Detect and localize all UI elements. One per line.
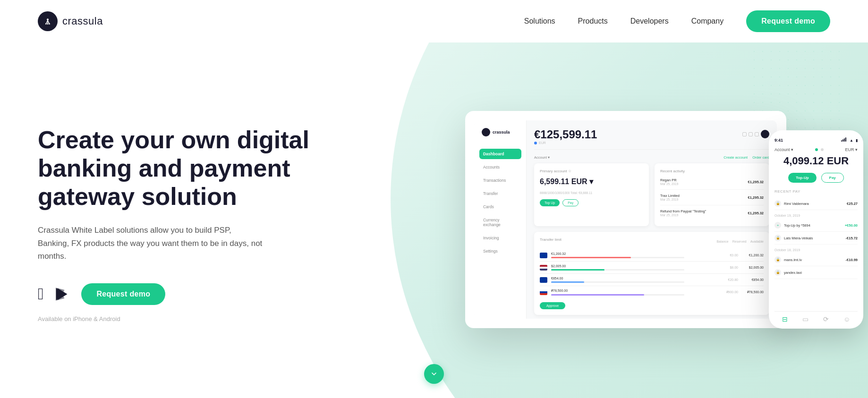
- logo-icon: [38, 11, 58, 31]
- hero-section: Create your own digital banking and paym…: [0, 42, 868, 397]
- dash-avatar: [761, 130, 769, 138]
- mobile-tx-4-name: mans.lmt.lv: [784, 258, 802, 262]
- svg-point-5: [47, 23, 49, 25]
- dash-ctrl-1: [742, 132, 747, 136]
- mobile-dots: [815, 148, 824, 151]
- nav-request-demo-button[interactable]: Request demo: [746, 10, 830, 32]
- dash-nav-fx[interactable]: Currency exchange: [479, 215, 521, 230]
- dash-nav-transfer[interactable]: Transfer: [479, 188, 521, 199]
- hero-subtext: Crassula White Label solutions allow you…: [38, 224, 264, 263]
- mobile-status-bar: 9:41 ▲ ▮: [774, 138, 858, 143]
- plus-icon: +: [774, 222, 781, 229]
- nav-solutions[interactable]: Solutions: [524, 17, 555, 25]
- recent-activity-card: Recent activity Regan PR Mar 25, 2019 €1…: [655, 163, 769, 226]
- nav-links: Solutions Products Developers Company Re…: [524, 10, 830, 32]
- mobile-tx-4-amount: -€10.99: [846, 258, 858, 262]
- dashboard-cards-row: Primary account ☆ 6,599.11 EUR ▾ 8888/10…: [534, 163, 769, 226]
- logo-svg: [43, 16, 53, 26]
- mobile-time: 9:41: [774, 138, 783, 143]
- nav-company[interactable]: Company: [691, 17, 723, 25]
- recent-activity-label: Recent activity: [660, 169, 764, 173]
- dashboard-sidebar: crassula Dashboard Accounts Transactions…: [475, 120, 527, 319]
- dash-logo-text: crassula: [493, 130, 510, 135]
- dash-order-card[interactable]: Order card: [752, 155, 769, 160]
- dash-balance-sub: EUR: [534, 141, 597, 144]
- transfer-limits-section: Transfer limit Balance Reserved Availabl…: [534, 232, 769, 315]
- topup-button[interactable]: Top Up: [540, 199, 560, 206]
- mobile-tx-2-name: Top-Up by *5894: [784, 223, 810, 228]
- logo-text: crassula: [62, 15, 103, 27]
- exchange-tab-icon[interactable]: ⟳: [823, 315, 829, 323]
- eu-flag-2: [540, 277, 547, 283]
- dash-logo-dot: [482, 128, 490, 136]
- us-flag: [540, 265, 547, 271]
- mobile-bottom-bar: ⊟ ▭ ⟳ ☺: [774, 311, 858, 323]
- logo[interactable]: crassula: [38, 11, 103, 31]
- chevron-down-icon: [430, 370, 438, 378]
- dash-account-selector[interactable]: Account ▾: [534, 155, 550, 160]
- mobile-pay-button[interactable]: Pay: [821, 173, 844, 183]
- dash-create-account[interactable]: Create account: [723, 155, 748, 160]
- mobile-recent-label: Recent pay: [774, 189, 858, 194]
- col-header-1: Balance: [716, 240, 728, 243]
- lock-icon-2: 🔒: [774, 235, 781, 241]
- mobile-tx-3-left: 🔒 Lats Miera-Veikals: [774, 235, 813, 241]
- home-tab-icon[interactable]: ⊟: [782, 315, 788, 323]
- svg-point-7: [47, 19, 49, 21]
- profile-tab-icon[interactable]: ☺: [843, 315, 850, 323]
- mobile-tx-3-name: Lats Miera-Veikals: [784, 236, 813, 240]
- mobile-tx-2: + Top-Up by *5894 +€50.00: [774, 219, 858, 232]
- hero-request-demo-button[interactable]: Request demo: [81, 283, 165, 305]
- mobile-date-2: October 18, 2019: [774, 245, 858, 254]
- mobile-balance: 4,099.12 EUR: [774, 155, 858, 167]
- primary-account-label: Primary account ☆: [540, 169, 643, 173]
- dashboard-main: €125,599.11 EUR: [527, 120, 777, 319]
- play-store-icon[interactable]: [54, 286, 71, 303]
- mobile-tx-3-amount: -€15.72: [846, 236, 858, 240]
- mobile-tx-2-left: + Top-Up by *5894: [774, 222, 810, 229]
- dash-ctrl-2: [749, 132, 753, 136]
- dash-nav-dashboard[interactable]: Dashboard: [479, 149, 521, 159]
- nav-products[interactable]: Products: [578, 17, 608, 25]
- approve-button[interactable]: Approve: [540, 302, 565, 309]
- primary-account-card: Primary account ☆ 6,599.11 EUR ▾ 8888/10…: [534, 163, 649, 226]
- dash-nav-settings[interactable]: Settings: [479, 246, 521, 256]
- mobile-account-selector[interactable]: Account ▾: [774, 147, 793, 152]
- svg-point-6: [49, 23, 50, 25]
- mobile-mockup: 9:41 ▲ ▮ Account ▾: [769, 130, 863, 329]
- dash-nav-transactions[interactable]: Transactions: [479, 175, 521, 186]
- mobile-topup-button[interactable]: Top-Up: [788, 173, 816, 183]
- pay-button[interactable]: Pay: [562, 199, 579, 206]
- mobile-action-buttons: Top-Up Pay: [774, 173, 858, 183]
- mobile-tx-5-name: yandex.taxi: [784, 271, 802, 275]
- recent-item-2: Trax Limited Mar 25, 2019 €1,295.32: [660, 194, 764, 205]
- recent-item-1: Regan PR Mar 25, 2019 €1,295.32: [660, 178, 764, 190]
- mobile-date-1: October 19, 2019: [774, 210, 858, 219]
- recent-item-3: Refund from Paypal "Testing" Mar 25, 201…: [660, 209, 764, 220]
- dash-nav-cards[interactable]: Cards: [479, 202, 521, 212]
- nav-developers[interactable]: Developers: [630, 17, 669, 25]
- dash-logo: crassula: [479, 128, 521, 136]
- primary-account-actions: Top Up Pay: [540, 199, 643, 206]
- mobile-currency-selector[interactable]: EUR ▾: [845, 147, 858, 152]
- primary-account-balance: 6,599.11 EUR ▾: [540, 177, 643, 186]
- mobile-tx-5: 🔒 yandex.taxi: [774, 266, 858, 279]
- available-text: Available on iPhone & Android: [38, 315, 371, 322]
- lock-icon-1: 🔒: [774, 200, 781, 207]
- mobile-tx-2-amount: +€50.00: [845, 223, 858, 228]
- transfer-limits-label: Transfer limit: [540, 237, 562, 242]
- dashboard-screen: crassula Dashboard Accounts Transactions…: [475, 120, 777, 319]
- transfer-rub: ₽78,500.00 ₽900.00 ₽78,500.00: [540, 286, 764, 298]
- mobile-tx-4-left: 🔒 mans.lmt.lv: [774, 256, 802, 263]
- transfer-eur2: €854.00 €20.80 €854.00: [540, 274, 764, 286]
- signal-icon: [841, 139, 847, 142]
- mobile-account-header: Account ▾ EUR ▾: [774, 147, 858, 152]
- mobile-tx-1: 🔒 Rimi Valdemara €25.27: [774, 197, 858, 210]
- col-header-2: Reserved: [732, 240, 747, 243]
- scroll-down-button[interactable]: [424, 364, 444, 384]
- laptop-mockup: crassula Dashboard Accounts Transactions…: [465, 111, 786, 328]
- card-tab-icon[interactable]: ▭: [802, 315, 808, 323]
- apple-icon[interactable]: : [38, 285, 43, 303]
- dash-nav-invoicing[interactable]: Invoicing: [479, 233, 521, 243]
- dash-nav-accounts[interactable]: Accounts: [479, 162, 521, 172]
